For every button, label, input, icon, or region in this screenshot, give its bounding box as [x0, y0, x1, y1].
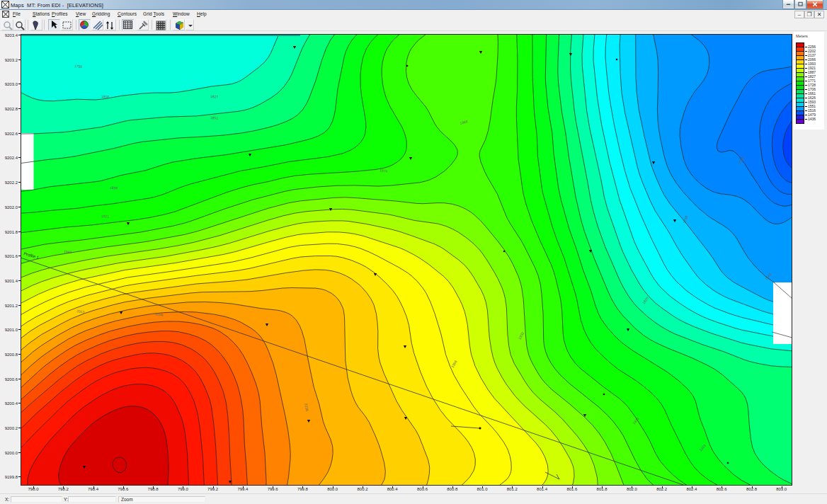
svg-text:1944: 1944 — [64, 249, 72, 254]
svg-text:1827: 1827 — [210, 94, 219, 99]
svg-text:1851: 1851 — [210, 115, 219, 120]
svg-text:1808: 1808 — [101, 94, 110, 99]
svg-text:1898: 1898 — [110, 185, 118, 190]
svg-text:1756: 1756 — [74, 64, 83, 69]
svg-text:1921: 1921 — [101, 214, 110, 219]
